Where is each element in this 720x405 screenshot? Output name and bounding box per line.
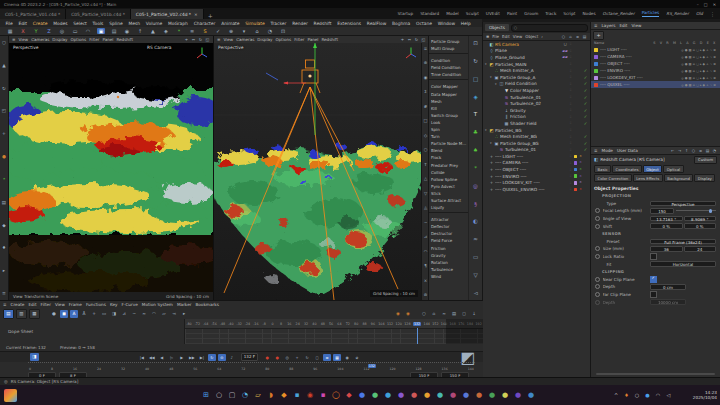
object-tree-row[interactable]: ▾ ▼ Color Mapper ∶∶ * ✓: [483, 87, 590, 94]
field-value-1[interactable]: 36: [650, 246, 683, 252]
menu-item[interactable]: Tracker: [268, 21, 289, 26]
enable-check-icon[interactable]: ✓: [583, 121, 588, 126]
timeline-search-icon[interactable]: ◻: [460, 310, 468, 318]
visibility-dots-icon[interactable]: ∶∶: [570, 141, 572, 145]
object-name[interactable]: Particles_MAIN: [495, 62, 562, 67]
palette-command[interactable]: Attractor: [429, 216, 468, 223]
taskbar-app-icon[interactable]: ●: [384, 391, 393, 399]
layout-tab[interactable]: RS_Render: [666, 11, 689, 17]
object-tree-row[interactable]: ▾ + ---- QUIXEL_ENVIRO ---- ∶∶ * ✓: [483, 186, 590, 193]
attribute-row[interactable]: Type Perspective Perspective Perspective…: [591, 200, 720, 208]
layer-row[interactable]: ---- CAMERA ---- ◎●▦≡◻▸◆+~⊛: [591, 53, 720, 60]
menu-item[interactable]: Redshift: [311, 21, 334, 26]
viewport-menu-item[interactable]: Display: [257, 37, 272, 42]
menu-item[interactable]: Modes: [51, 21, 70, 26]
palette-command[interactable]: Spin: [429, 126, 468, 133]
taskbar-app-icon[interactable]: ◗: [267, 391, 276, 399]
tool-strip-icon[interactable]: ▲: [0, 63, 8, 68]
timeline-ruler[interactable]: -80-72-64-56-48-40-32-24-16-808162432404…: [185, 319, 483, 329]
field-value[interactable]: 0 cm: [650, 284, 686, 290]
layer-color-chip[interactable]: [594, 62, 598, 66]
attribute-row[interactable]: Fit Horizontal Horizontal Horizontal Hor…: [591, 260, 720, 268]
toolbar-icon[interactable]: *: [175, 28, 183, 34]
viewport-menu-item[interactable]: Redshift: [116, 37, 133, 42]
toolbar-icon[interactable]: ▭: [71, 28, 79, 34]
object-manager-header-icon[interactable]: ⌂: [568, 34, 573, 39]
layer-color-chip[interactable]: [574, 89, 578, 93]
object-tree-row[interactable]: ▾ + ---- ENVIRO ---- ∶∶ * ✓: [483, 173, 590, 180]
layer-color-chip[interactable]: [574, 135, 578, 139]
burger-icon[interactable]: ≡: [594, 148, 598, 153]
toolbar-icon[interactable]: X: [19, 28, 27, 34]
object-tag-icon[interactable]: ▰▰: [562, 55, 569, 59]
palette-command[interactable]: Destructor: [429, 230, 468, 237]
timeline-search-icon[interactable]: ↓: [470, 310, 478, 318]
enable-check-icon[interactable]: ✓: [583, 42, 588, 47]
palette-command[interactable]: Switch Group: [429, 112, 468, 119]
taskbar-clock[interactable]: 14:23 2025/10/04: [693, 390, 717, 401]
object-name[interactable]: Friction: [510, 114, 562, 119]
enable-check-icon[interactable]: ✓: [583, 167, 588, 172]
menu-item[interactable]: File: [3, 21, 15, 26]
keyframe-tool-icon[interactable]: ◉: [394, 310, 402, 318]
record-toggle[interactable]: +: [293, 354, 301, 361]
visibility-dots-icon[interactable]: ∶∶: [570, 181, 572, 185]
timeline-tool-icon[interactable]: ▭: [100, 310, 108, 318]
viewport-menu-item[interactable]: Panel: [102, 37, 113, 42]
visibility-dots-icon[interactable]: ∶∶: [570, 187, 572, 191]
object-name[interactable]: Particle Group_A: [500, 75, 562, 80]
attribute-tab[interactable]: Optical: [663, 165, 683, 173]
palette-command[interactable]: Kill: [429, 105, 468, 112]
taskbar-app-icon[interactable]: ●: [475, 391, 484, 399]
layer-color-chip[interactable]: [574, 102, 578, 106]
tool-strip-icon[interactable]: +: [0, 131, 8, 136]
palette-command[interactable]: Look: [429, 119, 468, 126]
keyframe-dot-icon[interactable]: [595, 284, 600, 289]
system-tray-icon[interactable]: ◁: [665, 392, 672, 398]
taskbar-app-icon[interactable]: ▢: [228, 391, 237, 399]
attribute-header-icon[interactable]: ▤: [705, 148, 710, 153]
tool-strip-icon[interactable]: ●: [0, 154, 8, 159]
timeline-tool-icon[interactable]: ◅: [170, 310, 178, 318]
record-toggle[interactable]: ●: [273, 354, 281, 361]
object-name[interactable]: Shader Field: [510, 121, 562, 126]
tool-strip-icon[interactable]: ↻: [0, 86, 8, 91]
object-tree-row[interactable]: ▾ ≋ Turbulence_01 ∶∶ * ✓: [483, 94, 590, 101]
new-tab-button[interactable]: +: [204, 12, 217, 19]
viewport-nav-icon[interactable]: ◱: [205, 37, 210, 42]
object-tree-row[interactable]: ▾ + ---- OBJECT ---- ∶∶ * ✓: [483, 166, 590, 173]
attribute-menu-item[interactable]: Mode: [602, 148, 613, 153]
viewport-menu-item[interactable]: Options: [70, 37, 86, 42]
system-tray-icon[interactable]: ○: [634, 392, 641, 398]
menu-item[interactable]: Window: [435, 21, 457, 26]
palette-command[interactable]: Deflector: [429, 223, 468, 230]
palette-icon[interactable]: ♣: [473, 129, 478, 135]
palette-icon[interactable]: ≈: [473, 236, 478, 242]
palette-command[interactable]: Time Condition: [429, 71, 468, 78]
transport-button[interactable]: ▶: [178, 354, 186, 361]
layer-row[interactable]: ---- OBJECT ---- ◎●▦≡◻▸◆+~⊛: [591, 60, 720, 67]
layer-color-chip[interactable]: [594, 76, 598, 80]
taskbar-app-icon[interactable]: ●: [410, 391, 419, 399]
layer-color-chip[interactable]: [574, 69, 578, 73]
timeline-menu-item[interactable]: Edit: [28, 302, 36, 307]
palette-command[interactable]: Particle Group: [429, 38, 468, 45]
object-tree-row[interactable]: ▾ ◩ Particles_MAIN ∶∶ * ✓: [483, 61, 590, 68]
timeline-tool-icon[interactable]: ▸: [180, 310, 188, 318]
dopesheet-mode-button[interactable]: ▤: [3, 309, 14, 319]
taskbar-app-icon[interactable]: ▪: [319, 391, 328, 399]
layer-row[interactable]: ---- LIGHT ---- ◎●▦≡◻▸◆+~⊛: [591, 46, 720, 53]
keyframe-dot-icon[interactable]: [595, 216, 600, 221]
playback-toggle[interactable]: ↻: [208, 354, 216, 361]
palette-command[interactable]: Wind: [429, 273, 468, 280]
keyframe-dot-icon[interactable]: [595, 246, 600, 251]
palette-icon[interactable]: □: [473, 76, 478, 82]
add-layer-button[interactable]: +: [593, 31, 604, 40]
menu-item[interactable]: Edit: [16, 21, 29, 26]
objects-panel-tab[interactable]: Objects: [485, 24, 509, 31]
enable-check-icon[interactable]: ✓: [583, 101, 588, 106]
layer-color-chip[interactable]: [574, 161, 578, 165]
toolbar-icon[interactable]: Y: [32, 28, 40, 34]
layer-color-chip[interactable]: [574, 141, 578, 145]
layer-toggle-icons[interactable]: ◎●▦≡◻▸◆+~⊛: [681, 55, 717, 59]
